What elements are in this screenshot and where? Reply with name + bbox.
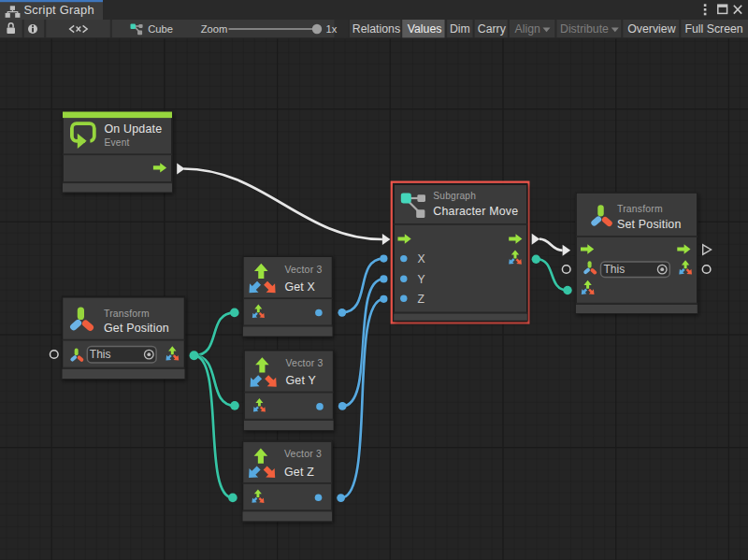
svg-text:Overview: Overview: [627, 22, 675, 36]
svg-text:Y: Y: [418, 273, 425, 286]
svg-text:Subgraph: Subgraph: [433, 191, 476, 201]
svg-text:Get Z: Get Z: [284, 466, 314, 479]
svg-text:This: This: [90, 348, 111, 361]
svg-text:Vector 3: Vector 3: [284, 264, 322, 275]
svg-text:Transform: Transform: [104, 309, 150, 319]
svg-text:X: X: [418, 252, 425, 266]
svg-text:Get Y: Get Y: [286, 374, 316, 387]
svg-text:Get X: Get X: [284, 280, 315, 294]
svg-text:Script Graph: Script Graph: [24, 3, 94, 17]
svg-text:Dim: Dim: [450, 22, 470, 36]
svg-text:Character Move: Character Move: [433, 205, 518, 218]
svg-text:Full Screen: Full Screen: [685, 22, 743, 36]
svg-text:Zoom: Zoom: [201, 23, 228, 35]
svg-text:Cube: Cube: [148, 23, 173, 35]
svg-text:Relations: Relations: [352, 22, 400, 36]
svg-text:Vector 3: Vector 3: [284, 448, 322, 459]
svg-text:Vector 3: Vector 3: [286, 357, 324, 368]
svg-text:Align: Align: [515, 22, 541, 36]
svg-text:Z: Z: [418, 293, 425, 306]
svg-text:Distribute: Distribute: [560, 22, 609, 36]
svg-text:On Update: On Update: [105, 122, 163, 136]
svg-text:1x: 1x: [326, 23, 338, 35]
svg-text:Carry: Carry: [478, 22, 507, 36]
svg-text:Event: Event: [105, 137, 130, 148]
svg-text:This: This: [604, 263, 626, 276]
svg-text:Values: Values: [408, 22, 442, 36]
svg-text:Transform: Transform: [617, 204, 663, 214]
svg-text:Get Position: Get Position: [104, 322, 169, 335]
svg-text:Set Position: Set Position: [617, 218, 682, 231]
